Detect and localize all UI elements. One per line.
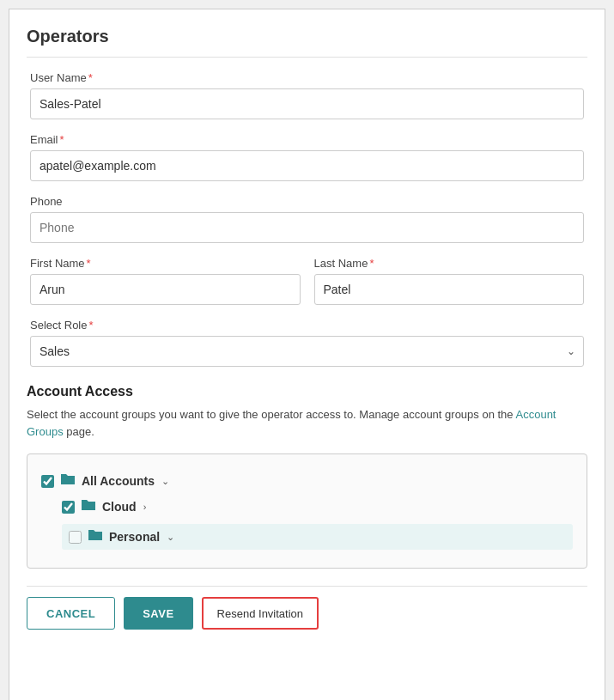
email-group: Email* xyxy=(30,133,584,181)
footer-buttons: CANCEL SAVE Resend Invitation xyxy=(27,586,587,630)
role-select-wrapper: Sales Manager Admin Viewer ⌄ xyxy=(30,336,584,367)
username-label: User Name* xyxy=(30,71,584,84)
resend-invitation-button[interactable]: Resend Invitation xyxy=(202,597,319,630)
lastname-group: Last Name* xyxy=(314,257,585,305)
required-star-ln: * xyxy=(369,257,374,270)
firstname-input[interactable] xyxy=(30,274,301,305)
lastname-input[interactable] xyxy=(314,274,585,305)
save-button[interactable]: SAVE xyxy=(124,597,192,630)
account-access-section: Account Access Select the account groups… xyxy=(27,384,587,569)
name-row: First Name* Last Name* xyxy=(30,257,584,319)
all-accounts-checkbox[interactable] xyxy=(41,475,54,488)
required-star-fn: * xyxy=(87,257,91,270)
page-title: Operators xyxy=(27,27,587,58)
cloud-chevron-icon[interactable]: › xyxy=(143,502,147,512)
role-group: Select Role* Sales Manager Admin Viewer … xyxy=(30,319,584,367)
lastname-label: Last Name* xyxy=(314,257,585,270)
personal-checkbox[interactable] xyxy=(69,531,82,544)
all-accounts-folder-icon xyxy=(59,472,76,490)
phone-input[interactable] xyxy=(30,212,584,243)
cloud-label: Cloud xyxy=(102,500,137,514)
firstname-label: First Name* xyxy=(30,257,301,270)
phone-group: Phone xyxy=(30,195,584,243)
account-tree: All Accounts ⌄ Cloud › xyxy=(27,453,587,569)
personal-label: Personal xyxy=(109,530,160,544)
email-label: Email* xyxy=(30,133,584,146)
required-star-role: * xyxy=(88,319,93,332)
role-select[interactable]: Sales Manager Admin Viewer xyxy=(30,336,584,367)
operators-form: Operators User Name* Email* Phone First xyxy=(9,9,605,700)
tree-item-personal: Personal ⌄ xyxy=(41,520,573,554)
all-accounts-label: All Accounts xyxy=(82,474,155,488)
phone-label: Phone xyxy=(30,195,584,208)
account-access-title: Account Access xyxy=(27,384,587,399)
form-section: User Name* Email* Phone First Name* xyxy=(27,71,587,367)
username-input[interactable] xyxy=(30,88,584,119)
personal-chevron-icon[interactable]: ⌄ xyxy=(167,532,174,543)
cloud-folder-icon xyxy=(80,498,97,515)
email-input[interactable] xyxy=(30,150,584,181)
username-group: User Name* xyxy=(30,71,584,119)
required-star: * xyxy=(88,71,93,84)
cloud-checkbox[interactable] xyxy=(62,501,75,514)
role-label: Select Role* xyxy=(30,319,584,332)
tree-item-all-accounts: All Accounts ⌄ xyxy=(41,468,573,494)
required-star-email: * xyxy=(60,133,64,146)
personal-folder-icon xyxy=(87,528,104,545)
firstname-group: First Name* xyxy=(30,257,301,305)
cancel-button[interactable]: CANCEL xyxy=(27,597,115,630)
account-access-desc: Select the account groups you want to gi… xyxy=(27,406,587,440)
tree-item-cloud: Cloud › xyxy=(41,494,573,520)
all-accounts-chevron-icon[interactable]: ⌄ xyxy=(161,476,169,487)
